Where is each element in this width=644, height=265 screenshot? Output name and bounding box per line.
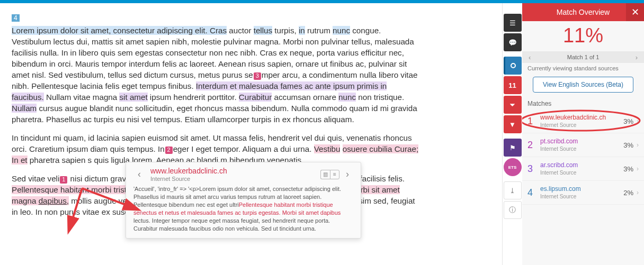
bars-icon: ⏷ [509,101,516,109]
popup-next[interactable]: › [342,169,353,180]
info-button[interactable]: ⓘ [504,201,522,219]
section-number: 4 [12,14,20,22]
match-domain: es.lipsum.com [540,185,581,193]
popup-snippet: 'Accueil', 'intro_fr' => '<p>Lorem ipsum… [133,185,353,233]
layers-button[interactable]: ☰ [504,14,522,32]
popup-source-title[interactable]: www.leukerbadclinic.ch [150,167,320,175]
tool-column: ☰ 💬 11 ⏷ ▼ ⚑ ETS ⤓ ⓘ [502,3,522,265]
popup-source-type: Internet Source [150,176,320,182]
popup-prev[interactable]: ‹ [133,169,145,180]
similarity-button[interactable] [504,57,522,75]
match-next[interactable]: › [632,53,641,61]
filter-icon: ▼ [509,121,516,129]
match-prev[interactable]: ‹ [525,53,534,61]
paragraph-1: Lorem ipsum dolor sit amet, consectetur … [12,25,419,125]
flag-icon: ⚑ [509,144,516,152]
download-button[interactable]: ⤓ [504,181,522,199]
match-count-button[interactable]: 11 [504,76,522,94]
match-percent: 2% [623,189,633,197]
match-navigator: ‹ Match 1 of 1 › [522,51,644,63]
match-row-2[interactable]: 2pt.scribd.comInternet Source3%› [522,133,644,157]
match-index: 1 [527,116,538,127]
match-domain: pt.scribd.com [540,138,578,145]
chat-button[interactable]: 💬 [504,33,522,51]
match-badge-2[interactable]: 2 [165,147,173,154]
paragraph-2: In tincidunt mi quam, id lacinia sapien … [12,132,419,166]
document-viewport: 4 Lorem ipsum dolor sit amet, consectetu… [0,3,502,265]
match-overview-panel: Match Overview ✕ 11% ‹ Match 1 of 1 › Cu… [522,3,644,265]
similarity-score: 11% [522,21,644,51]
flag-button[interactable]: ⚑ [504,139,522,157]
all-sources-button[interactable]: ⏷ [504,96,522,114]
chevron-right-icon: › [637,189,639,196]
matches-heading: Matches [522,98,644,109]
match-type: Internet Source [540,122,576,128]
panel-header: Match Overview ✕ [522,3,644,21]
view-english-sources-button[interactable]: View English Sources (Beta) [533,77,633,93]
match-domain: ar.scribd.com [540,161,578,169]
match-badge-1[interactable]: 1 [60,176,67,184]
match-index: 2 [527,140,538,151]
match-position: Match 1 of 1 [567,54,600,60]
match-type: Internet Source [540,170,576,176]
filter-button[interactable]: ▼ [504,115,522,133]
source-popup: ‹ www.leukerbadclinic.ch Internet Source… [126,162,361,239]
match-row-3[interactable]: 3ar.scribd.comInternet Source3%› [522,157,644,181]
match-domain: www.leukerbadclinic.ch [540,114,606,121]
match-row-1[interactable]: 1www.leukerbadclinic.chInternet Source3%… [522,109,644,133]
chevron-right-icon: › [637,117,639,125]
match-row-4[interactable]: 4es.lipsum.comInternet Source2%› [522,181,644,205]
close-icon: ✕ [631,6,639,18]
chevron-right-icon: › [637,165,639,172]
match-percent: 3% [623,117,633,125]
match-badge-3[interactable]: 3 [254,72,261,80]
layers-icon: ☰ [509,19,516,27]
download-icon: ⤓ [509,187,515,195]
standard-sources-note: Currently viewing standard sources [522,63,644,74]
match-type: Internet Source [540,194,576,199]
book-icon: ▥ [320,170,330,179]
match-percent: 3% [623,141,633,149]
popup-view-toggle[interactable]: ▥ ≡ [320,170,339,179]
match-percent: 3% [623,165,633,173]
ets-button[interactable]: ETS [504,158,522,176]
close-panel-button[interactable]: ✕ [626,3,644,21]
info-icon: ⓘ [509,205,516,215]
panel-title: Match Overview [557,8,610,16]
match-index: 4 [527,187,538,198]
match-index: 3 [527,163,538,175]
chevron-right-icon: › [637,141,639,149]
list-icon: ≡ [330,170,339,179]
chat-icon: 💬 [508,39,517,47]
match-type: Internet Source [540,146,576,152]
